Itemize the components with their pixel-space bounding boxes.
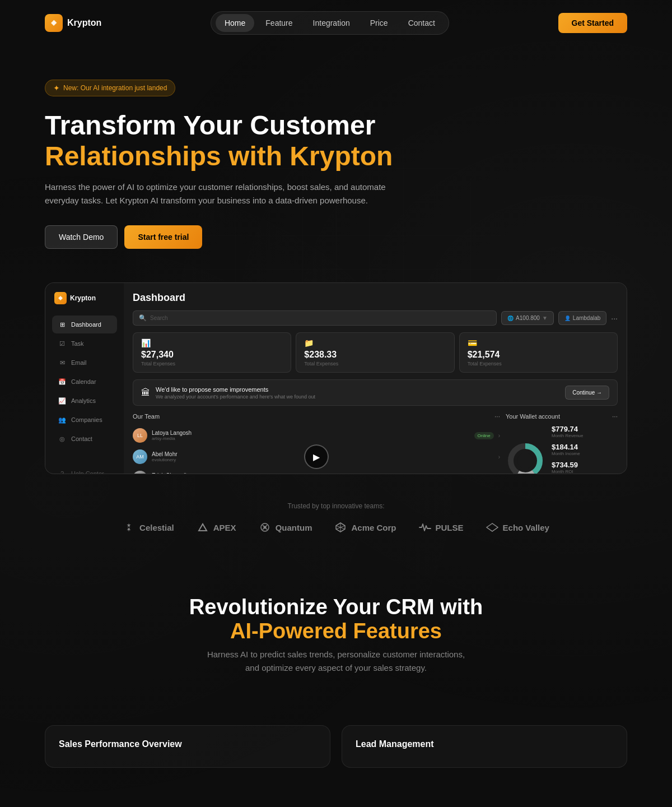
- stat-1: 📊 $27,340 Total Expenses: [133, 332, 291, 373]
- hero-buttons: Watch Demo Start free trial: [45, 225, 414, 249]
- dash-nav-companies[interactable]: 👥 Companies: [52, 411, 117, 429]
- badge-icon: ✦: [53, 84, 60, 92]
- start-trial-button[interactable]: Start free trial: [124, 225, 202, 249]
- watch-demo-button[interactable]: Watch Demo: [45, 225, 118, 249]
- dashboard-toolbar: 🔍 Search 🌐 A100.800 ▼ 👤 Lambdalab ···: [133, 310, 618, 326]
- quantum-text: Quantum: [276, 523, 312, 532]
- dash-nav-label: Dashboard: [71, 321, 101, 328]
- wallet-chart: $779.74 Month Revenue $184.14 Month Inco…: [506, 425, 618, 474]
- companies-icon: 👥: [58, 415, 67, 424]
- dash-nav-label: Contact: [71, 435, 92, 442]
- svg-point-5: [263, 526, 266, 529]
- dashboard-title: Dashboard: [133, 292, 618, 304]
- dash-nav-help[interactable]: ? Help Center: [52, 465, 117, 474]
- feature-card-title-2: Lead Management: [356, 739, 613, 749]
- feature-card-sales: Sales Performance Overview: [45, 725, 330, 768]
- search-icon: 🔍: [139, 314, 147, 322]
- calendar-icon: 📅: [58, 377, 67, 386]
- hero-badge: ✦ New: Our AI integration just landed: [45, 80, 175, 96]
- feature-card-title-1: Sales Performance Overview: [59, 739, 316, 749]
- analytics-icon: 📈: [58, 396, 67, 405]
- wallet-label-1: Month Revenue: [552, 433, 618, 438]
- trusted-acme: Acme Corp: [334, 521, 396, 534]
- dashboard-alert: 🏛 We'd like to propose some improvements…: [133, 379, 618, 406]
- feature-cards: Sales Performance Overview Lead Manageme…: [45, 725, 627, 768]
- member-status-1: Online: [474, 432, 494, 439]
- donut-chart: [506, 441, 545, 474]
- dash-nav-analytics[interactable]: 📈 Analytics: [52, 392, 117, 410]
- dash-logo-text: Krypton: [70, 294, 96, 302]
- wallet-stat-2: $184.14 Month Income: [552, 443, 618, 456]
- stat-icon-1: 📊: [141, 338, 283, 347]
- dash-logo-icon: [54, 292, 67, 304]
- team-member-2[interactable]: AM Abel Mohr evolutionery › ▶: [133, 446, 500, 467]
- dashboard-sidebar: Krypton ⊞ Dashboard ☑ Task ✉ Email 📅 Cal…: [45, 283, 124, 474]
- play-overlay[interactable]: ▶: [304, 444, 329, 469]
- help-icon: ?: [58, 469, 67, 474]
- member-arrow-1: ›: [498, 433, 500, 439]
- alert-subtitle: We analyzed your account's performance a…: [156, 394, 315, 400]
- play-button[interactable]: ▶: [304, 444, 329, 469]
- dash-nav-label: Task: [71, 340, 84, 347]
- dashboard-search[interactable]: 🔍 Search: [133, 310, 497, 326]
- team-dots[interactable]: ···: [494, 412, 500, 420]
- trusted-label: Trusted by top innovative teams:: [45, 502, 627, 510]
- dash-nav-contact[interactable]: ◎ Contact: [52, 430, 117, 448]
- dash-nav-calendar[interactable]: 📅 Calendar: [52, 373, 117, 391]
- badge-lambdalab[interactable]: 👤 Lambdalab: [558, 311, 606, 325]
- acme-text: Acme Corp: [351, 523, 396, 532]
- email-icon: ✉: [58, 358, 67, 367]
- pulse-text: PULSE: [436, 523, 464, 532]
- nav-price[interactable]: Price: [361, 14, 397, 32]
- avatar-1: LL: [133, 428, 147, 443]
- trusted-pulse: PULSE: [419, 521, 464, 534]
- hero-title-line1: Transform Your Customer: [45, 110, 375, 140]
- toolbar-dots[interactable]: ···: [611, 314, 618, 323]
- wallet-value-3: $734.59: [552, 461, 618, 469]
- trusted-celestial: Celestial: [123, 521, 174, 534]
- features-title-line2: AI-Powered Features: [230, 619, 442, 643]
- team-section: Our Team ··· LL Latoya Langosh artsy-med…: [133, 412, 500, 474]
- continue-button[interactable]: Continue →: [565, 386, 609, 400]
- wallet-label-2: Month Income: [552, 451, 618, 456]
- member-name-1: Latoya Langosh: [152, 430, 470, 436]
- stat-3: 💳 $21,574 Total Expenses: [459, 332, 618, 373]
- badge-text: New: Our AI integration just landed: [63, 84, 167, 92]
- logo-text: Krypton: [67, 18, 101, 28]
- hero-title: Transform Your Customer Relationships wi…: [45, 110, 414, 171]
- nav-integration[interactable]: Integration: [304, 14, 359, 32]
- logo[interactable]: Krypton: [45, 14, 101, 32]
- features-title-line1: Revolutionize Your CRM with: [189, 595, 483, 619]
- dashboard-icon: ⊞: [58, 320, 67, 329]
- contact-icon: ◎: [58, 434, 67, 443]
- stat-2: 📁 $238.33 Total Expenses: [296, 332, 454, 373]
- echo-text: Echo Valley: [503, 523, 549, 532]
- echo-icon: [486, 521, 498, 534]
- stat-value-1: $27,340: [141, 350, 283, 360]
- wallet-dots[interactable]: ···: [612, 412, 618, 420]
- badge-a100[interactable]: 🌐 A100.800 ▼: [501, 311, 554, 325]
- features-description: Harness AI to predict sales trends, pers…: [202, 648, 470, 675]
- hero-section: ✦ New: Our AI integration just landed Tr…: [0, 46, 459, 271]
- wallet-title: Your Wallet account: [506, 413, 560, 420]
- dash-nav-task[interactable]: ☑ Task: [52, 335, 117, 353]
- trusted-apex: APEX: [197, 521, 236, 534]
- get-started-button[interactable]: Get Started: [558, 13, 627, 33]
- dash-nav-email[interactable]: ✉ Email: [52, 354, 117, 372]
- nav-home[interactable]: Home: [216, 14, 254, 32]
- nav-links: Home Feature Integration Price Contact: [211, 11, 449, 35]
- stat-label-3: Total Expenses: [468, 361, 609, 367]
- dash-nav-label: Companies: [71, 416, 102, 423]
- dash-nav-label: Calendar: [71, 378, 96, 385]
- svg-point-3: [517, 453, 533, 469]
- wallet-section: Your Wallet account ···: [506, 412, 618, 474]
- avatar-3: EC: [133, 471, 147, 474]
- apex-text: APEX: [213, 523, 236, 532]
- nav-feature[interactable]: Feature: [256, 14, 301, 32]
- trusted-quantum: Quantum: [259, 521, 312, 534]
- team-member-1[interactable]: LL Latoya Langosh artsy-media Online ›: [133, 425, 500, 446]
- trusted-echo: Echo Valley: [486, 521, 549, 534]
- dash-nav-dashboard[interactable]: ⊞ Dashboard: [52, 316, 117, 333]
- nav-contact[interactable]: Contact: [399, 14, 444, 32]
- stat-icon-3: 💳: [468, 338, 609, 347]
